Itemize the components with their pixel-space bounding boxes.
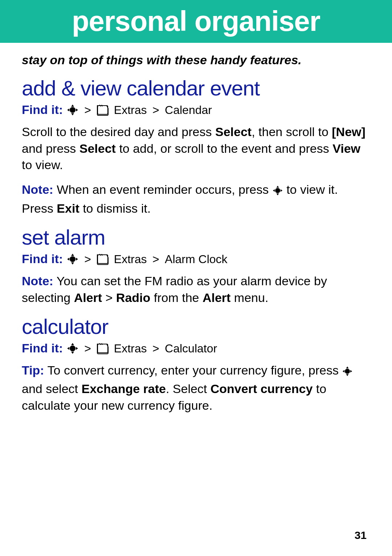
gt-2: >	[150, 342, 162, 355]
page-number: 31	[355, 529, 367, 541]
gt-1: >	[82, 103, 93, 116]
svg-point-23	[345, 368, 350, 373]
extras-menu-icon	[97, 104, 110, 119]
txt: to view.	[22, 158, 63, 172]
txt: Scroll to the desired day and press	[22, 125, 215, 139]
gt-1: >	[82, 253, 93, 266]
svg-marker-25	[346, 374, 349, 376]
nav-key-icon	[66, 104, 79, 119]
gt-2: >	[150, 103, 162, 116]
extras-menu-icon	[97, 253, 110, 269]
nav-key-icon	[66, 253, 79, 269]
svg-marker-12	[71, 254, 74, 256]
svg-marker-1	[71, 105, 74, 107]
svg-marker-27	[350, 370, 352, 372]
kw-select-2: Select	[79, 142, 116, 155]
svg-marker-9	[273, 189, 274, 192]
findit-alarm: Find it: > Extras > Alar	[22, 252, 370, 269]
txt: To convert currency, enter your currency…	[44, 363, 342, 377]
txt: . Select	[166, 382, 211, 396]
calendar-instructions: Scroll to the desired day and press Sele…	[22, 124, 370, 174]
nav-key-icon	[272, 184, 283, 200]
txt: >	[102, 291, 116, 304]
page-content: stay on top of things with these handy f…	[0, 43, 392, 414]
svg-rect-5	[98, 106, 108, 114]
kw-select-1: Select	[215, 125, 252, 139]
findit-label: Find it:	[22, 341, 63, 355]
kw-alert-1: Alert	[74, 291, 102, 304]
svg-point-0	[70, 107, 75, 113]
section-heading-alarm: set alarm	[22, 225, 370, 249]
txt: When an event reminder occurs, press	[53, 183, 272, 196]
kw-alert-2: Alert	[203, 291, 230, 304]
svg-marker-20	[67, 347, 69, 350]
nav-key-icon	[66, 342, 79, 358]
calculator-tip: Tip: To convert currency, enter your cur…	[22, 362, 370, 414]
crumb-extras: Extras	[114, 103, 147, 116]
txt: and press	[22, 142, 79, 155]
svg-marker-24	[346, 366, 349, 368]
svg-marker-10	[281, 189, 282, 192]
kw-exchange-rate: Exchange rate	[81, 382, 166, 396]
kw-exit: Exit	[57, 201, 79, 215]
crumb-extras: Extras	[114, 342, 147, 355]
note-label: Note:	[22, 274, 53, 288]
svg-point-6	[275, 188, 280, 193]
findit-label: Find it:	[22, 252, 63, 266]
svg-marker-15	[76, 258, 78, 261]
alarm-note: Note: You can set the FM radio as your a…	[22, 273, 370, 306]
manual-page: personal organiser stay on top of things…	[0, 0, 392, 556]
svg-rect-22	[98, 344, 108, 353]
findit-calculator: Find it: > Extras > Calc	[22, 341, 370, 358]
chapter-tagline: stay on top of things with these handy f…	[22, 53, 370, 67]
svg-point-17	[70, 346, 75, 351]
svg-marker-13	[71, 262, 74, 265]
chapter-title: personal organiser	[72, 5, 320, 37]
crumb-alarm-clock: Alarm Clock	[165, 253, 227, 266]
txt: from the	[150, 291, 203, 304]
txt: to dismiss it.	[79, 201, 151, 215]
note-label: Note:	[22, 183, 53, 196]
nav-key-icon	[342, 364, 353, 381]
txt: menu.	[230, 291, 268, 304]
svg-marker-2	[71, 113, 74, 115]
txt: to add, or scroll to the event and press	[116, 142, 332, 155]
svg-marker-18	[71, 343, 74, 345]
svg-marker-8	[276, 193, 279, 195]
svg-point-11	[70, 256, 75, 262]
crumb-extras: Extras	[114, 253, 147, 266]
gt-1: >	[82, 342, 93, 355]
section-heading-calculator: calculator	[22, 314, 370, 339]
findit-calendar: Find it: > Extras > Cale	[22, 102, 370, 119]
crumb-calendar: Calendar	[165, 103, 212, 116]
findit-label: Find it:	[22, 103, 63, 116]
kw-convert-currency: Convert currency	[211, 382, 313, 396]
kw-view: View	[332, 142, 360, 155]
section-heading-calendar: add & view calendar event	[22, 76, 370, 100]
extras-menu-icon	[97, 342, 110, 358]
crumb-calculator: Calculator	[165, 342, 217, 355]
kw-new: [New]	[332, 125, 366, 139]
txt: , then scroll to	[252, 125, 332, 139]
calendar-note: Note: When an event reminder occurs, pre…	[22, 181, 370, 217]
txt: and select	[22, 382, 81, 396]
svg-marker-21	[76, 347, 78, 350]
svg-marker-3	[67, 109, 69, 111]
svg-marker-19	[71, 352, 74, 354]
svg-marker-4	[76, 109, 78, 111]
kw-radio: Radio	[116, 291, 150, 304]
gt-2: >	[150, 253, 162, 266]
svg-marker-14	[67, 258, 69, 261]
svg-rect-16	[98, 255, 108, 263]
svg-marker-26	[343, 370, 344, 372]
tip-label: Tip:	[22, 363, 44, 377]
svg-marker-7	[276, 186, 279, 188]
chapter-banner: personal organiser	[0, 0, 392, 43]
